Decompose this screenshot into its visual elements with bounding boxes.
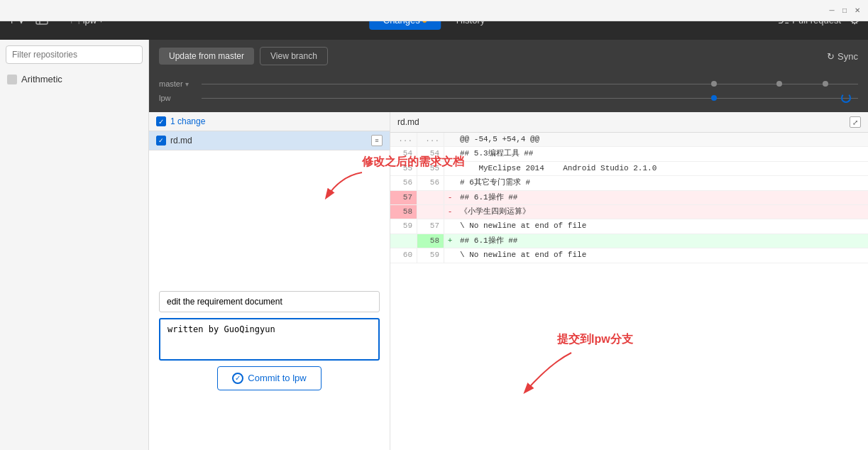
sync-icon: ↻ xyxy=(827,51,835,62)
diff-sign: + xyxy=(444,234,456,248)
repo-icon xyxy=(7,75,17,84)
commit-check-icon: ✓ xyxy=(232,373,243,384)
close-button[interactable]: ✕ xyxy=(852,6,862,16)
diff-num-left: 59 xyxy=(390,219,417,233)
diff-num-right: 57 xyxy=(417,219,444,233)
diff-num-right: 58 xyxy=(417,234,444,248)
file-item-rdmd[interactable]: ✓ rd.md ≡ xyxy=(149,131,390,150)
lpw-branch-row: lpw xyxy=(159,91,858,105)
view-branch-button[interactable]: View branch xyxy=(260,47,328,65)
diff-filename: rd.md xyxy=(397,117,419,127)
diff-num-left: 54 xyxy=(390,147,417,160)
toolbar: Update from master View branch ↻ Sync xyxy=(149,40,868,72)
diff-sign xyxy=(444,219,456,233)
diff-content: ## 5.3编程工具 ## xyxy=(456,147,868,160)
repo-item-arithmetic[interactable]: Arithmetic xyxy=(0,70,148,89)
diff-num-left: 55 xyxy=(390,162,417,175)
diff-num-left: 58 xyxy=(390,205,417,219)
diff-row-header: ... ... @@ -54,5 +54,4 @@ xyxy=(390,133,868,147)
diff-num-right: ... xyxy=(417,133,444,146)
diff-content: ## 6.1操作 ## xyxy=(456,234,868,248)
diff-sign xyxy=(444,176,456,190)
diff-num-left: ... xyxy=(390,133,417,146)
file-list-body: ✓ rd.md ≡ xyxy=(149,131,390,280)
loading-spinner xyxy=(841,93,851,103)
diff-row-added: 58 + ## 6.1操作 ## xyxy=(390,234,868,248)
diff-content: MyEclipse 2014 Android Studio 2.1.0 xyxy=(456,162,868,175)
diff-row: 60 59 \ No newline at end of file xyxy=(390,248,868,263)
content-area: Update from master View branch ↻ Sync ma… xyxy=(149,40,868,450)
maximize-button[interactable]: □ xyxy=(840,6,850,16)
title-bar: ─ □ ✕ xyxy=(0,0,868,21)
diff-num-right: 54 xyxy=(417,147,444,160)
diff-sign xyxy=(444,133,456,146)
diff-expand-button[interactable]: ⤢ xyxy=(850,116,861,128)
diff-num-right xyxy=(417,191,444,204)
diff-num-right: 59 xyxy=(417,248,444,262)
file-checkbox[interactable]: ✓ xyxy=(156,136,166,146)
file-action-button[interactable]: ≡ xyxy=(371,135,383,146)
diff-sign xyxy=(444,147,456,160)
diff-row-deleted: 57 - ## 6.1操作 ## xyxy=(390,191,868,205)
file-list-panel: ✓ 1 change ✓ rd.md ≡ writt xyxy=(149,112,390,450)
diff-row: 55 55 MyEclipse 2014 Android Studio 2.1.… xyxy=(390,162,868,176)
diff-header: rd.md ⤢ xyxy=(390,112,868,133)
diff-row: 56 56 # 6其它专门需求 # xyxy=(390,176,868,190)
diff-content: ## 6.1操作 ## xyxy=(456,191,868,204)
diff-content: \ No newline at end of file xyxy=(456,248,868,262)
diff-sign: - xyxy=(444,205,456,219)
diff-num-left xyxy=(390,234,417,248)
diff-content: 《小学生四则运算》 xyxy=(456,205,868,219)
commit-summary-input[interactable] xyxy=(159,291,380,312)
sidebar: Arithmetic xyxy=(0,40,149,450)
diff-body: ... ... @@ -54,5 +54,4 @@ 54 54 ## 5.3编程… xyxy=(390,133,868,450)
diff-panel: rd.md ⤢ ... ... @@ -54,5 +54,4 @@ xyxy=(390,112,868,450)
repo-name-label: Arithmetic xyxy=(21,74,62,84)
main-layout: Arithmetic Update from master View branc… xyxy=(0,40,868,450)
diff-num-left: 57 xyxy=(390,191,417,204)
main-content-wrapper: ✓ 1 change ✓ rd.md ≡ writt xyxy=(149,112,868,450)
diff-content: \ No newline at end of file xyxy=(456,219,868,233)
master-line xyxy=(202,77,858,91)
diff-row: 54 54 ## 5.3编程工具 ## xyxy=(390,147,868,161)
search-input[interactable] xyxy=(6,45,143,64)
lpw-line xyxy=(202,91,858,105)
diff-sign xyxy=(444,248,456,262)
diff-row-deleted: 58 - 《小学生四则运算》 xyxy=(390,205,868,219)
diff-row: 59 57 \ No newline at end of file xyxy=(390,219,868,234)
diff-num-right: 56 xyxy=(417,176,444,190)
file-name: rd.md xyxy=(170,136,367,146)
update-from-master-button[interactable]: Update from master xyxy=(159,48,254,65)
commit-description-input[interactable]: written by GuoQingyun xyxy=(159,318,380,361)
diff-num-right: 55 xyxy=(417,162,444,175)
diff-num-left: 56 xyxy=(390,176,417,190)
file-list-header: ✓ 1 change xyxy=(149,112,390,131)
change-count: 1 change xyxy=(170,116,205,126)
sync-button[interactable]: ↻ Sync xyxy=(827,51,858,62)
master-branch-row: master ▾ xyxy=(159,77,858,91)
commit-button[interactable]: ✓ Commit to lpw xyxy=(217,366,321,390)
minimize-button[interactable]: ─ xyxy=(827,6,837,16)
diff-num-left: 60 xyxy=(390,248,417,262)
commit-form: written by GuoQingyun ✓ Commit to lpw xyxy=(149,280,390,451)
diff-content: @@ -54,5 +54,4 @@ xyxy=(456,133,868,146)
master-label: master ▾ xyxy=(159,79,202,88)
diff-sign xyxy=(444,162,456,175)
diff-num-right xyxy=(417,205,444,219)
lpw-label: lpw xyxy=(159,94,202,102)
diff-content: # 6其它专门需求 # xyxy=(456,176,868,190)
diff-sign: - xyxy=(444,191,456,204)
check-all-checkbox[interactable]: ✓ xyxy=(156,116,166,126)
branch-timeline: master ▾ lpw xyxy=(149,72,868,112)
